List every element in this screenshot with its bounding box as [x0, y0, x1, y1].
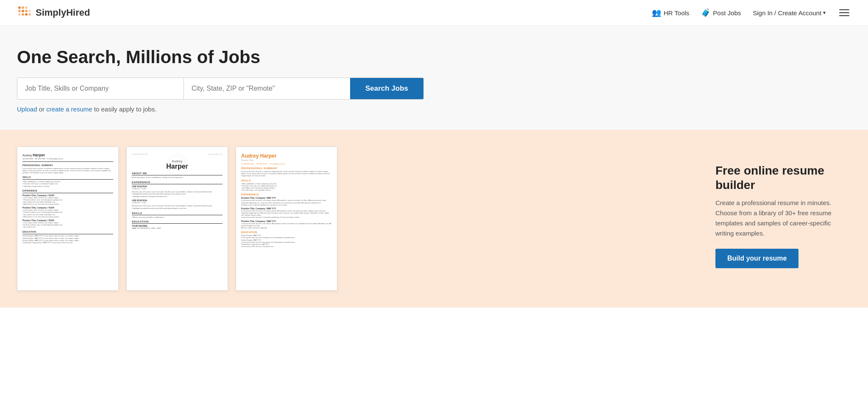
- svg-point-5: [25, 10, 28, 12]
- location-search-input[interactable]: [184, 78, 350, 99]
- caret-icon: ▾: [823, 10, 826, 16]
- svg-point-7: [22, 13, 24, 16]
- card3-skills: • Elite qualification in lorem adipiscin…: [241, 183, 332, 192]
- post-jobs-icon: 🧳: [701, 8, 710, 17]
- card1-divider: [22, 161, 113, 162]
- card2-edu-header: EDUCATION: [132, 220, 223, 224]
- create-resume-link[interactable]: create a resume: [46, 106, 92, 113]
- card3-job1-desc: Lorem ipsum dolor sit amet, non etiaam v…: [241, 199, 332, 206]
- card3-section-summary: PROFESSIONAL SUMMARY: [241, 167, 332, 169]
- card3-section-exp: EXPERIENCE: [241, 193, 332, 196]
- card3-job2-desc: Lorem ipsum dolor sit amet, non etiaam v…: [241, 210, 332, 219]
- main-nav: 👥 HR Tools 🧳 Post Jobs Sign In / Create …: [652, 8, 851, 18]
- card1-edu-text: School Degree, MM/YYYY | Lorem ipsum dol…: [22, 235, 113, 244]
- card2-name-left: name@surname.com: [132, 153, 148, 155]
- hr-tools-label: HR Tools: [664, 9, 690, 17]
- card3-contact: H: 320-900-6328 320-900-9061 K.Lewis@gma…: [241, 163, 332, 165]
- sign-in-button[interactable]: Sign In / Create Account ▾: [753, 9, 826, 17]
- resume-section: Audrey Harper 320-900-4328 320-900-4328 …: [0, 130, 868, 308]
- card2-job2-company: COMPANY / YEAR: [132, 202, 223, 204]
- svg-point-1: [22, 6, 24, 9]
- svg-point-6: [18, 13, 21, 16]
- resume-card-3: Audrey Harper Position Title H: 320-900-…: [236, 147, 337, 291]
- logo[interactable]: SimplyHired: [17, 5, 90, 20]
- card1-name: Audrey Harper: [22, 153, 113, 157]
- card1-job1-desc: • Lorem ipsum dolor sit amet, non etiaam…: [22, 197, 113, 206]
- svg-point-3: [18, 10, 21, 12]
- resume-info-panel: Free online resume builder Create a prof…: [707, 147, 851, 268]
- hamburger-line-3: [839, 15, 849, 16]
- card3-name: Audrey Harper: [241, 153, 332, 159]
- resume-card-2: name@surname.com namesurname.com Audrey …: [126, 147, 228, 291]
- search-jobs-button[interactable]: Search Jobs: [350, 78, 423, 99]
- card1-divider2: [22, 179, 113, 180]
- card2-company: COMPANY / YEAR: [132, 188, 223, 190]
- svg-point-10: [28, 13, 31, 16]
- hr-tools-icon: 👥: [652, 8, 661, 17]
- card1-divider4: [22, 234, 113, 234]
- search-bar: Search Jobs: [17, 78, 424, 100]
- post-jobs-link[interactable]: 🧳 Post Jobs: [701, 8, 741, 17]
- hero-section: One Search, Millions of Jobs Search Jobs…: [0, 26, 868, 130]
- card3-section-edu: EDUCATION: [241, 231, 332, 233]
- card2-job2-desc: Describe your role at your most recent j…: [132, 205, 223, 209]
- card2-skills-header: SKILLS: [132, 212, 223, 215]
- card1-skills-text: • Elite qualification in, mattrum adipis…: [22, 181, 113, 187]
- card1-section-exp: EXPERIENCE: [22, 189, 113, 192]
- card1-summary-text: Lorem ipsum dolor sit amet, consectetur …: [22, 167, 113, 174]
- svg-point-4: [22, 10, 24, 12]
- upload-resume-link[interactable]: Upload: [17, 106, 37, 113]
- hamburger-menu[interactable]: [837, 8, 851, 18]
- card1-section-summary: PROFESSIONAL SUMMARY: [22, 164, 113, 167]
- card3-title: Position Title: [241, 159, 332, 161]
- job-search-input[interactable]: [17, 78, 184, 99]
- card3-summary: Lorem ipsum dolor sit amet, consectetur …: [241, 170, 332, 177]
- build-resume-button[interactable]: Build your resume: [715, 249, 798, 268]
- svg-point-8: [25, 13, 28, 16]
- hamburger-line-1: [839, 9, 849, 10]
- card2-job-desc: Describe your role at your most recent j…: [132, 191, 223, 198]
- resume-cards: Audrey Harper 320-900-4328 320-900-4328 …: [17, 147, 694, 291]
- resume-card-1: Audrey Harper 320-900-4328 320-900-4328 …: [17, 147, 119, 291]
- card2-university: NAME OF UNIVERSITY | 2004 - 2008: [132, 227, 223, 230]
- card1-job3-desc: • Lorem ipsum dolor sit amet, non etiaam…: [22, 222, 113, 228]
- card1-contact: 320-900-4328 320-900-4328 D.Collins@gmai…: [22, 158, 113, 160]
- hr-tools-link[interactable]: 👥 HR Tools: [652, 8, 690, 17]
- logo-icon: [17, 5, 32, 20]
- card1-section-edu: EDUCATION: [22, 230, 113, 233]
- card2-exp-header: EXPERIENCE: [132, 181, 223, 184]
- card3-job3-desc: Lorem ipsum dolor sit amet, non etiaam. …: [241, 222, 332, 229]
- card3-edu: School Degree, MM/YYYY Lorem ipsum dolor…: [241, 234, 332, 247]
- svg-point-9: [28, 10, 31, 12]
- card2-watermark: [166, 154, 189, 177]
- card2-skills-text: • Mention any special skills or qualific…: [132, 216, 223, 219]
- resume-info-desc: Create a professional resume in minutes.…: [715, 198, 851, 239]
- svg-point-2: [25, 6, 28, 9]
- resume-info-title: Free online resume builder: [715, 164, 851, 192]
- header: SimplyHired 👥 HR Tools 🧳 Post Jobs Sign …: [0, 0, 868, 26]
- logo-label: SimplyHired: [36, 7, 90, 18]
- resume-prompt-text: Upload or create a resume to easily appl…: [17, 106, 851, 113]
- card2-name-right: namesurname.com: [208, 153, 223, 155]
- hamburger-line-2: [839, 12, 849, 13]
- card1-divider3: [22, 193, 113, 193]
- card3-section-skills: SKILLS: [241, 179, 332, 182]
- sign-in-label: Sign In / Create Account: [753, 9, 821, 17]
- card1-job2-desc: • Lorem ipsum dolor sit amet, non etiaam…: [22, 209, 113, 218]
- post-jobs-label: Post Jobs: [713, 9, 741, 17]
- hero-title: One Search, Millions of Jobs: [17, 47, 851, 67]
- svg-point-0: [18, 6, 21, 9]
- card1-section-skills: SKILLS: [22, 176, 113, 178]
